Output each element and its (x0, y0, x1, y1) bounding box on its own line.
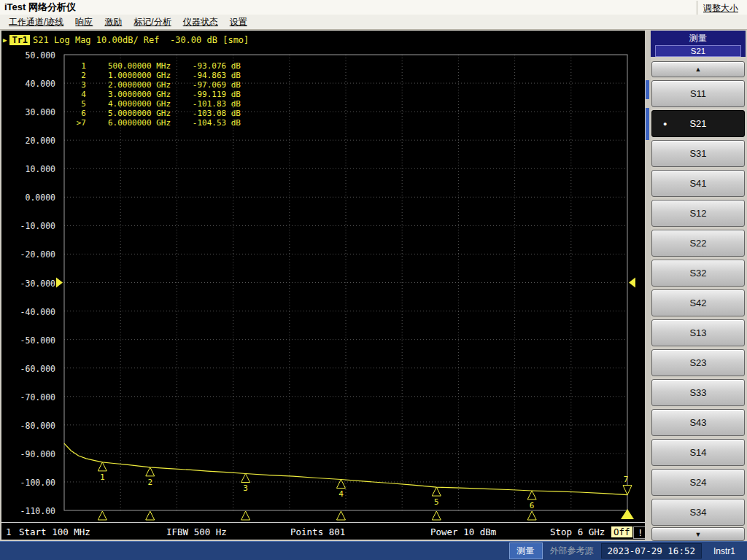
scroll-up-button[interactable]: ▲ (651, 61, 745, 77)
softkey-scrollbar[interactable] (645, 31, 651, 540)
menu-item[interactable]: 标记/分析 (128, 15, 177, 30)
softkey-label: S41 (689, 178, 706, 189)
softkey-label: S12 (689, 208, 706, 219)
y-axis-label: -50.000 (20, 335, 55, 346)
plot-panel: 1234567 50.00040.00030.00020.00010.0000.… (1, 31, 645, 540)
marker-readout-row: 65.0000000 GHz-103.08 dB (71, 109, 241, 118)
resize-button[interactable]: 调整大小 (697, 1, 744, 16)
y-axis-label: -90.000 (20, 449, 55, 459)
marker-number: 7 (624, 475, 629, 484)
external-reference-label: 外部参考源 (550, 545, 594, 557)
softkey-s32[interactable]: ●S32 (651, 260, 745, 287)
ifbw-readout: IFBW 500 Hz (166, 526, 227, 537)
y-axis-label: -80.000 (20, 421, 55, 431)
marker-triangle (336, 479, 345, 488)
marker-axis-triangle (146, 511, 155, 520)
y-axis-label: 10.000 (25, 164, 55, 174)
softkey-label: S43 (689, 417, 706, 428)
softkey-s21[interactable]: ●S21 (651, 110, 745, 137)
marker-number: 5 (434, 497, 439, 507)
softkey-label: S32 (689, 268, 706, 279)
menu-item[interactable]: 工作通道/迹线 (3, 15, 69, 30)
softkey-label: S21 (689, 118, 706, 129)
y-axis-label: 0.0000 (25, 192, 55, 203)
softkey-label: S31 (689, 148, 706, 159)
softkey-label: S13 (689, 327, 706, 338)
softkey-s14[interactable]: ●S14 (651, 439, 745, 466)
sidebar-header: 测量 S21 (651, 31, 746, 57)
marker-readout-row: 32.0000000 GHz-97.069 dB (71, 80, 241, 90)
softkey-list: ●S11●S21●S31●S41●S12●S22●S32●S42●S13●S23… (651, 80, 746, 526)
marker-readout-row: 21.0000000 GHz-94.863 dB (71, 71, 241, 80)
y-axis-label: 20.000 (25, 136, 55, 146)
y-axis-label: -10.000 (20, 221, 55, 231)
sidebar-subtitle: S21 (655, 45, 741, 57)
softkey-s11[interactable]: ●S11 (651, 80, 745, 107)
window-title: iTest 网络分析仪 (0, 1, 76, 14)
ref-level-arrow-right (629, 278, 635, 288)
marker-triangle (623, 486, 632, 495)
instrument-name: Instr1 (709, 545, 740, 558)
softkey-label: S22 (689, 238, 706, 249)
start-frequency: Start 100 MHz (19, 526, 90, 537)
y-axis-label: -70.000 (20, 392, 55, 402)
softkey-s34[interactable]: ●S34 (651, 499, 745, 526)
marker-table: 1500.00000 MHz-93.076 dB 21.0000000 GHz-… (71, 61, 241, 128)
marker-axis-triangle (336, 511, 345, 520)
trace-description: S21 Log Mag 10.00dB/ Ref -30.00 dB [smo] (33, 35, 249, 45)
menu-item[interactable]: 仪器状态 (177, 15, 224, 30)
y-axis-label: -60.000 (20, 364, 55, 374)
menu-item[interactable]: 响应 (69, 15, 98, 30)
taskbar-measure-button[interactable]: 测量 (509, 542, 543, 559)
marker-triangle (527, 491, 536, 499)
marker-readout-row: 54.0000000 GHz-101.83 dB (71, 99, 241, 109)
softkey-s43[interactable]: ●S43 (651, 409, 745, 436)
marker-number: 2 (147, 478, 152, 487)
marker-number: 3 (243, 483, 248, 493)
softkey-s22[interactable]: ●S22 (651, 230, 745, 257)
stop-frequency: Stop 6 GHz (550, 526, 605, 537)
trace-badge[interactable]: Tr1 (9, 35, 30, 45)
scrollbar-mark (646, 80, 649, 99)
title-bar: iTest 网络分析仪 调整大小 (0, 0, 747, 15)
softkey-s12[interactable]: ●S12 (651, 200, 745, 227)
softkey-label: S42 (689, 298, 706, 308)
marker-triangle (98, 462, 107, 471)
marker-triangle (146, 467, 155, 476)
scroll-down-button[interactable]: ▼ (651, 527, 745, 541)
softkey-s42[interactable]: ●S42 (651, 289, 745, 316)
chevron-up-icon: ▲ (695, 66, 702, 73)
marker-number: 1 (100, 472, 105, 482)
y-axis-label: -20.000 (20, 249, 55, 260)
menu-item[interactable]: 设置 (224, 15, 253, 30)
marker-axis-triangle (432, 511, 441, 520)
trace-header: ▶ Tr1 S21 Log Mag 10.00dB/ Ref -30.00 dB… (3, 35, 249, 45)
y-axis-label: -100.00 (20, 478, 55, 488)
y-axis-labels: 50.00040.00030.00020.00010.0000.0000-10.… (1, 31, 60, 540)
y-axis-label: -40.000 (20, 307, 55, 317)
softkey-label: S23 (689, 357, 706, 368)
channel-number: 1 (6, 526, 12, 537)
softkey-label: S24 (689, 477, 706, 488)
marker-readout-row: >76.0000000 GHz-104.53 dB (71, 118, 241, 128)
softkey-s33[interactable]: ●S33 (651, 379, 745, 406)
softkey-s31[interactable]: ●S31 (651, 140, 745, 167)
clock-readout: 2023-07-29 16:52 (601, 543, 702, 559)
softkey-label: S11 (690, 88, 706, 99)
softkey-label: S33 (689, 387, 706, 398)
marker-readout-row: 1500.00000 MHz-93.076 dB (71, 61, 241, 71)
softkey-label: S34 (689, 507, 706, 518)
marker-triangle (432, 487, 441, 496)
softkey-s13[interactable]: ●S13 (651, 319, 745, 346)
softkey-s41[interactable]: ●S41 (651, 170, 745, 197)
active-trace-arrow-icon: ▶ (3, 36, 7, 44)
softkey-s23[interactable]: ●S23 (651, 349, 745, 376)
y-axis-label: 40.000 (25, 79, 55, 89)
chevron-down-icon: ▼ (695, 531, 702, 538)
main-area: 1234567 50.00040.00030.00020.00010.0000.… (0, 30, 747, 541)
y-axis-label: -110.00 (20, 506, 55, 516)
softkey-label: S14 (689, 447, 706, 458)
y-axis-label: 30.000 (25, 107, 55, 117)
menu-item[interactable]: 激励 (98, 15, 128, 30)
softkey-s24[interactable]: ●S24 (651, 469, 745, 496)
